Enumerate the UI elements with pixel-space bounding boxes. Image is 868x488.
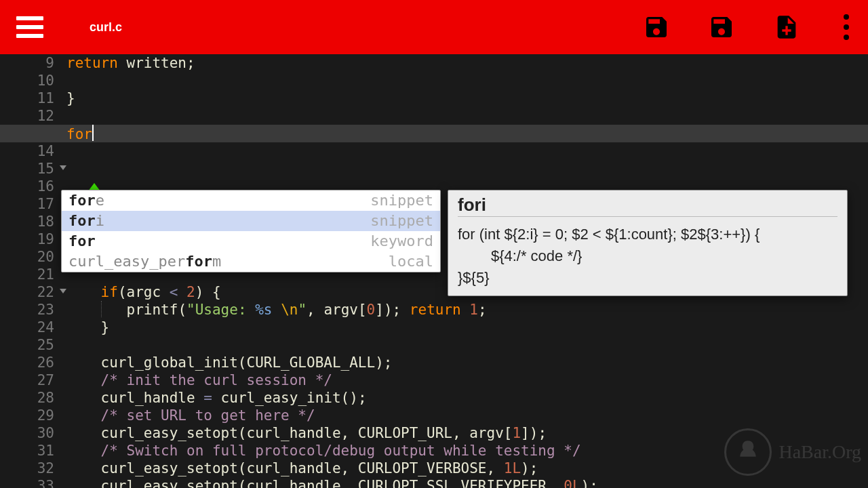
line-number: 29 bbox=[0, 407, 54, 424]
code-line[interactable]: for bbox=[0, 125, 868, 142]
code-line[interactable]: } bbox=[66, 89, 868, 107]
line-number: 14 bbox=[0, 142, 54, 160]
overflow-menu-icon[interactable] bbox=[838, 14, 854, 40]
code-line[interactable] bbox=[66, 336, 868, 354]
autocomplete-kind: snippet bbox=[370, 190, 433, 211]
code-line[interactable] bbox=[66, 160, 868, 178]
line-number: 21 bbox=[0, 266, 54, 283]
autocomplete-kind: keyword bbox=[370, 231, 433, 251]
line-number: 31 bbox=[0, 442, 54, 460]
filename-label: curl.c bbox=[90, 20, 122, 35]
code-line[interactable]: printf("Usage: %s \n", argv[0]); return … bbox=[66, 301, 868, 319]
line-number: 24 bbox=[0, 319, 54, 336]
code-line[interactable]: return written; bbox=[66, 54, 868, 72]
line-number: 26 bbox=[0, 354, 54, 371]
line-number-gutter: 9101112131415161718192021222324252627282… bbox=[0, 54, 60, 488]
code-line[interactable] bbox=[66, 142, 868, 160]
save-icon[interactable] bbox=[643, 14, 670, 41]
code-line[interactable]: /* set URL to get here */ bbox=[66, 407, 868, 424]
line-number: 16 bbox=[0, 178, 54, 195]
code-line[interactable]: curl_handle = curl_easy_init(); bbox=[66, 389, 868, 407]
line-number: 15 bbox=[0, 160, 54, 178]
line-number: 18 bbox=[0, 213, 54, 230]
code-line[interactable] bbox=[66, 72, 868, 89]
doc-body: for (int ${2:i} = 0; $2 < ${1:count}; $2… bbox=[458, 224, 837, 289]
line-number: 28 bbox=[0, 389, 54, 407]
autocomplete-popup[interactable]: foresnippetforisnippetforkeywordcurl_eas… bbox=[61, 190, 441, 272]
line-number: 33 bbox=[0, 477, 54, 488]
code-line[interactable]: } bbox=[66, 319, 868, 336]
snippet-doc-tooltip: fori for (int ${2:i} = 0; $2 < ${1:count… bbox=[448, 190, 848, 296]
doc-title: fori bbox=[458, 196, 837, 214]
line-number: 10 bbox=[0, 72, 54, 89]
toolbar-actions bbox=[643, 14, 854, 41]
code-line[interactable] bbox=[66, 107, 868, 125]
code-editor[interactable]: 9101112131415161718192021222324252627282… bbox=[0, 54, 868, 488]
line-number: 12 bbox=[0, 107, 54, 125]
save-as-icon[interactable] bbox=[708, 14, 735, 41]
code-line[interactable]: /* init the curl session */ bbox=[66, 371, 868, 389]
line-number: 11 bbox=[0, 89, 54, 107]
line-number: 17 bbox=[0, 195, 54, 213]
autocomplete-item[interactable]: forisnippet bbox=[62, 211, 440, 231]
new-file-icon[interactable] bbox=[773, 14, 800, 41]
fold-icon[interactable] bbox=[60, 165, 66, 170]
autocomplete-kind: snippet bbox=[370, 211, 433, 231]
line-number: 30 bbox=[0, 424, 54, 442]
autocomplete-item[interactable]: curl_easy_performlocal bbox=[62, 251, 440, 272]
line-number: 32 bbox=[0, 460, 54, 477]
autocomplete-item[interactable]: forkeyword bbox=[62, 231, 440, 251]
line-number: 9 bbox=[0, 54, 54, 72]
code-line[interactable]: curl_easy_setopt(curl_handle, CURLOPT_SS… bbox=[66, 477, 868, 488]
fold-icon[interactable] bbox=[60, 289, 66, 293]
autocomplete-item[interactable]: foresnippet bbox=[62, 190, 440, 211]
line-number: 22 bbox=[0, 283, 54, 301]
line-number: 25 bbox=[0, 336, 54, 354]
watermark: HaBar.Org bbox=[724, 428, 861, 476]
toolbar: curl.c bbox=[0, 0, 868, 54]
autocomplete-kind: local bbox=[389, 251, 433, 272]
line-number: 20 bbox=[0, 248, 54, 266]
line-number: 19 bbox=[0, 230, 54, 248]
line-number: 27 bbox=[0, 371, 54, 389]
code-line[interactable]: curl_global_init(CURL_GLOBAL_ALL); bbox=[66, 354, 868, 371]
menu-icon[interactable] bbox=[16, 11, 49, 43]
line-number: 23 bbox=[0, 301, 54, 319]
